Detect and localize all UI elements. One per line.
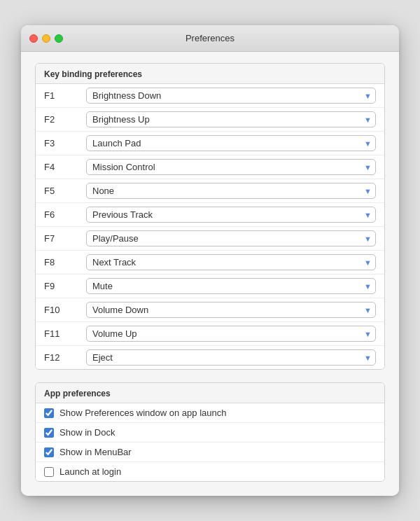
key-select-f11[interactable]: NoneBrightness DownBrightness UpLaunch P… [86,326,376,342]
key-label-f6: F6 [44,209,86,220]
key-select-wrapper-f12: NoneBrightness DownBrightness UpLaunch P… [86,349,376,366]
checkbox-label-2: Show in MenuBar [59,447,132,457]
checkbox-2[interactable] [44,447,54,457]
checkbox-label-3: Launch at login [59,466,121,477]
key-select-wrapper-f6: NoneBrightness DownBrightness UpLaunch P… [86,207,376,223]
app-preferences-header: App preferences [36,383,384,403]
key-select-f3[interactable]: NoneBrightness DownBrightness UpLaunch P… [86,135,376,151]
maximize-button[interactable] [55,34,63,43]
key-select-wrapper-f2: NoneBrightness DownBrightness UpLaunch P… [86,111,376,127]
key-row-f7: F7NoneBrightness DownBrightness UpLaunch… [36,227,384,251]
checkbox-3[interactable] [44,467,54,477]
key-label-f1: F1 [44,90,86,101]
key-label-f10: F10 [44,305,86,315]
key-label-f9: F9 [44,281,86,291]
key-select-wrapper-f1: NoneBrightness DownBrightness UpLaunch P… [86,88,376,104]
key-row-f12: F12NoneBrightness DownBrightness UpLaunc… [36,346,384,369]
key-row-f5: F5NoneBrightness DownBrightness UpLaunch… [36,179,384,203]
key-select-wrapper-f4: NoneBrightness DownBrightness UpLaunch P… [86,159,376,175]
key-row-f6: F6NoneBrightness DownBrightness UpLaunch… [36,203,384,227]
key-label-f2: F2 [44,114,86,125]
window-title: Preferences [186,33,234,43]
key-select-f8[interactable]: NoneBrightness DownBrightness UpLaunch P… [86,254,376,270]
checkbox-label-0: Show Preferences window on app launch [59,408,226,418]
key-row-f2: F2NoneBrightness DownBrightness UpLaunch… [36,108,384,132]
preferences-window: Preferences Key binding preferences F1No… [21,25,399,496]
key-label-f4: F4 [44,162,86,172]
checkbox-rows-container: Show Preferences window on app launchSho… [36,403,384,481]
key-label-f11: F11 [44,328,86,339]
minimize-button[interactable] [42,34,50,43]
key-select-wrapper-f8: NoneBrightness DownBrightness UpLaunch P… [86,254,376,270]
key-select-f6[interactable]: NoneBrightness DownBrightness UpLaunch P… [86,207,376,223]
key-select-wrapper-f9: NoneBrightness DownBrightness UpLaunch P… [86,278,376,294]
checkbox-row-1: Show in Dock [36,423,384,443]
key-select-f10[interactable]: NoneBrightness DownBrightness UpLaunch P… [86,302,376,318]
key-select-f9[interactable]: NoneBrightness DownBrightness UpLaunch P… [86,278,376,294]
key-select-wrapper-f11: NoneBrightness DownBrightness UpLaunch P… [86,326,376,342]
key-label-f5: F5 [44,186,86,196]
key-select-wrapper-f7: NoneBrightness DownBrightness UpLaunch P… [86,230,376,246]
key-select-wrapper-f3: NoneBrightness DownBrightness UpLaunch P… [86,135,376,151]
app-preferences-section: App preferences Show Preferences window … [35,382,385,482]
checkbox-0[interactable] [44,408,54,418]
titlebar: Preferences [21,25,399,52]
checkbox-row-2: Show in MenuBar [36,443,384,462]
checkbox-row-3: Launch at login [36,462,384,481]
key-select-wrapper-f10: NoneBrightness DownBrightness UpLaunch P… [86,302,376,318]
key-label-f12: F12 [44,352,86,363]
checkbox-1[interactable] [44,428,54,438]
key-row-f9: F9NoneBrightness DownBrightness UpLaunch… [36,275,384,298]
key-row-f11: F11NoneBrightness DownBrightness UpLaunc… [36,322,384,346]
main-content: Key binding preferences F1NoneBrightness… [21,52,399,496]
close-button[interactable] [29,34,38,43]
checkbox-label-1: Show in Dock [59,427,115,438]
key-select-f4[interactable]: NoneBrightness DownBrightness UpLaunch P… [86,159,376,175]
key-select-wrapper-f5: NoneBrightness DownBrightness UpLaunch P… [86,183,376,199]
traffic-lights [29,34,63,43]
key-select-f5[interactable]: NoneBrightness DownBrightness UpLaunch P… [86,183,376,199]
key-label-f8: F8 [44,257,86,268]
key-select-f2[interactable]: NoneBrightness DownBrightness UpLaunch P… [86,111,376,127]
key-label-f7: F7 [44,233,86,244]
key-bindings-header: Key binding preferences [36,64,384,84]
key-row-f1: F1NoneBrightness DownBrightness UpLaunch… [36,84,384,108]
checkbox-row-0: Show Preferences window on app launch [36,403,384,423]
key-row-f4: F4NoneBrightness DownBrightness UpLaunch… [36,155,384,179]
key-select-f7[interactable]: NoneBrightness DownBrightness UpLaunch P… [86,230,376,246]
key-bindings-section: Key binding preferences F1NoneBrightness… [35,63,385,370]
key-row-f10: F10NoneBrightness DownBrightness UpLaunc… [36,298,384,322]
key-row-f3: F3NoneBrightness DownBrightness UpLaunch… [36,132,384,155]
key-label-f3: F3 [44,138,86,148]
key-select-f12[interactable]: NoneBrightness DownBrightness UpLaunch P… [86,349,376,366]
key-row-f8: F8NoneBrightness DownBrightness UpLaunch… [36,251,384,275]
key-rows-container: F1NoneBrightness DownBrightness UpLaunch… [36,84,384,369]
key-select-f1[interactable]: NoneBrightness DownBrightness UpLaunch P… [86,88,376,104]
